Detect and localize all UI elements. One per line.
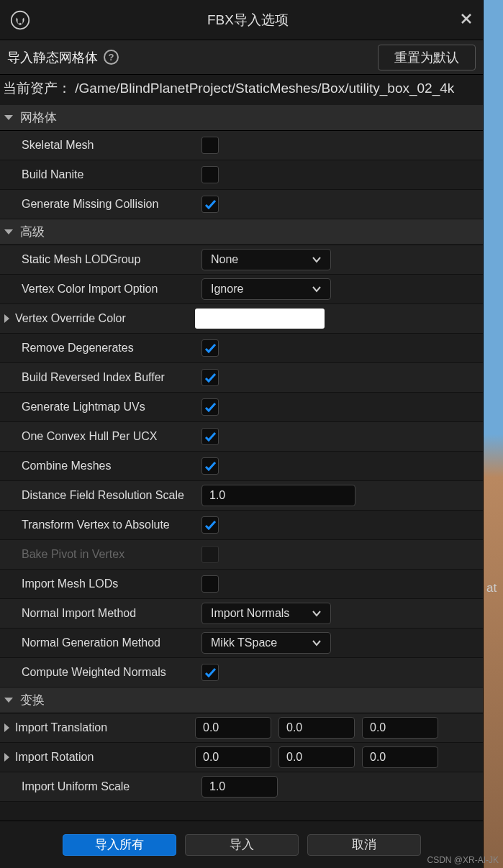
dropdown-normal-import[interactable]: Import Normals (201, 603, 331, 624)
chevron-right-icon[interactable] (4, 314, 9, 323)
row-one-convex-hull: One Convex Hull Per UCX (0, 422, 483, 452)
row-remove-degenerates: Remove Degenerates (0, 334, 483, 363)
chevron-down-icon (4, 115, 13, 120)
import-all-button[interactable]: 导入所有 (63, 834, 176, 856)
row-gen-missing-collision: Generate Missing Collision (0, 190, 483, 219)
chevron-down-icon (4, 229, 13, 234)
dropdown-vertex-color-import[interactable]: Ignore (201, 278, 331, 300)
input-dist-field-res[interactable] (201, 485, 355, 506)
row-combine-meshes: Combine Meshes (0, 452, 483, 481)
checkbox-transform-vertex-abs[interactable] (201, 516, 219, 534)
help-icon[interactable]: ? (104, 50, 119, 65)
row-normal-import: Normal Import Method Import Normals (0, 599, 483, 629)
section-advanced[interactable]: 高级 (0, 219, 483, 245)
checkbox-skeletal-mesh[interactable] (201, 137, 219, 154)
color-picker-vertex-override[interactable] (195, 309, 325, 329)
checkbox-build-nanite[interactable] (201, 166, 219, 183)
checkbox-import-mesh-lods[interactable] (201, 575, 219, 593)
checkbox-gen-lightmap-uvs[interactable] (201, 398, 219, 416)
checkbox-remove-degenerates[interactable] (201, 339, 219, 357)
row-vertex-override-color: Vertex Override Color (0, 304, 483, 334)
cropped-text: at (486, 581, 497, 595)
checkbox-combine-meshes[interactable] (201, 457, 219, 475)
row-gen-lightmap-uvs: Generate Lightmap UVs (0, 393, 483, 422)
row-import-mesh-lods: Import Mesh LODs (0, 570, 483, 599)
row-compute-weighted: Compute Weighted Normals (0, 658, 483, 687)
titlebar: FBX导入选项 (0, 0, 483, 40)
properties-scroll[interactable]: 网格体 Skeletal Mesh Build Nanite Generate … (0, 105, 483, 821)
row-dist-field-res: Distance Field Resolution Scale (0, 481, 483, 511)
checkbox-gen-missing-collision[interactable] (201, 196, 219, 213)
input-rotation-y[interactable] (278, 746, 355, 768)
section-transform[interactable]: 变换 (0, 687, 483, 713)
input-rotation-x[interactable] (195, 746, 271, 768)
import-button[interactable]: 导入 (185, 834, 299, 856)
row-lod-group: Static Mesh LODGroup None (0, 245, 483, 275)
dropdown-normal-gen[interactable]: Mikk TSpace (201, 632, 331, 654)
checkbox-one-convex-hull[interactable] (201, 428, 219, 445)
dropdown-lod-group[interactable]: None (201, 249, 331, 270)
row-skeletal-mesh: Skeletal Mesh (0, 131, 483, 160)
row-transform-vertex-abs: Transform Vertex to Absolute (0, 511, 483, 540)
background-viewport-sliver (484, 0, 503, 868)
checkbox-bake-pivot (201, 546, 219, 563)
input-rotation-z[interactable] (362, 746, 438, 768)
row-normal-gen: Normal Generation Method Mikk TSpace (0, 629, 483, 658)
fbx-import-dialog: FBX导入选项 导入静态网格体 ? 重置为默认 当前资产： /Game/Blin… (0, 0, 484, 868)
close-button[interactable] (460, 12, 473, 28)
row-import-uniform-scale: Import Uniform Scale (0, 772, 483, 802)
row-bake-pivot: Bake Pivot in Vertex (0, 540, 483, 570)
row-import-rotation: Import Rotation (0, 743, 483, 772)
svg-point-0 (12, 11, 30, 29)
row-import-translation: Import Translation (0, 713, 483, 743)
footer-bar: 导入所有 导入 取消 (0, 821, 483, 868)
subheader-bar: 导入静态网格体 ? 重置为默认 (0, 40, 483, 75)
input-translation-z[interactable] (362, 717, 438, 739)
input-translation-x[interactable] (195, 717, 271, 739)
row-vertex-color-import: Vertex Color Import Option Ignore (0, 275, 483, 304)
subheader-text: 导入静态网格体 (7, 49, 98, 66)
checkbox-build-reversed[interactable] (201, 369, 219, 386)
input-translation-y[interactable] (278, 717, 355, 739)
chevron-down-icon (4, 698, 13, 703)
input-uniform-scale[interactable] (201, 776, 278, 798)
watermark: CSDN @XR-AI-JK (427, 855, 499, 865)
dialog-title: FBX导入选项 (36, 11, 460, 29)
unreal-logo-icon (10, 10, 30, 30)
row-build-reversed: Build Reversed Index Buffer (0, 363, 483, 393)
reset-to-default-button[interactable]: 重置为默认 (378, 45, 476, 70)
asset-path-bar: 当前资产： /Game/BlindPlanetProject/StaticMes… (0, 75, 483, 105)
cancel-button[interactable]: 取消 (307, 834, 421, 856)
chevron-right-icon[interactable] (4, 723, 9, 732)
row-build-nanite: Build Nanite (0, 160, 483, 190)
section-mesh[interactable]: 网格体 (0, 105, 483, 131)
chevron-right-icon[interactable] (4, 753, 9, 762)
checkbox-compute-weighted[interactable] (201, 664, 219, 681)
